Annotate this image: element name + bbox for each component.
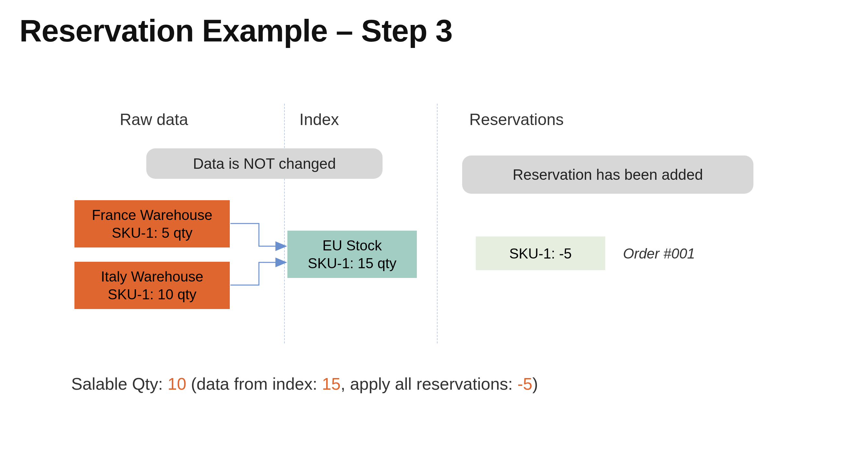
- reservation-order-label: Order #001: [623, 245, 695, 262]
- salable-reservation-value: -5: [518, 375, 532, 393]
- note-data-not-changed: Data is NOT changed: [146, 148, 382, 179]
- salable-index-value: 15: [322, 375, 341, 393]
- column-header-reservations: Reservations: [469, 110, 564, 129]
- reservation-sku: SKU-1: -5: [509, 244, 571, 262]
- slide-title: Reservation Example – Step 3: [20, 13, 453, 49]
- connector-france-to-index: [230, 224, 286, 246]
- connector-italy-to-index: [230, 262, 286, 285]
- salable-mid1: (data from index:: [186, 375, 322, 393]
- warehouse-box-italy: Italy Warehouse SKU-1: 10 qty: [74, 262, 230, 309]
- warehouse-italy-sku: SKU-1: 10 qty: [108, 285, 196, 303]
- salable-mid2: , apply all reservations:: [340, 375, 517, 393]
- warehouse-italy-name: Italy Warehouse: [101, 268, 203, 285]
- index-box-eu-stock: EU Stock SKU-1: 15 qty: [287, 231, 417, 278]
- salable-qty-summary: Salable Qty: 10 (data from index: 15, ap…: [71, 374, 538, 393]
- note-reservation-added: Reservation has been added: [462, 155, 753, 194]
- warehouse-box-france: France Warehouse SKU-1: 5 qty: [74, 200, 230, 247]
- salable-qty-value: 10: [168, 375, 186, 393]
- divider-2: [437, 104, 438, 343]
- salable-prefix: Salable Qty:: [71, 375, 168, 393]
- salable-suffix: ): [532, 375, 538, 393]
- column-header-raw-data: Raw data: [120, 110, 188, 129]
- column-header-index: Index: [299, 110, 339, 129]
- index-box-name: EU Stock: [322, 236, 381, 254]
- warehouse-france-name: France Warehouse: [92, 206, 213, 224]
- divider-1: [284, 104, 285, 343]
- index-box-sku: SKU-1: 15 qty: [308, 254, 397, 272]
- reservation-box: SKU-1: -5: [476, 236, 605, 270]
- warehouse-france-sku: SKU-1: 5 qty: [112, 224, 192, 242]
